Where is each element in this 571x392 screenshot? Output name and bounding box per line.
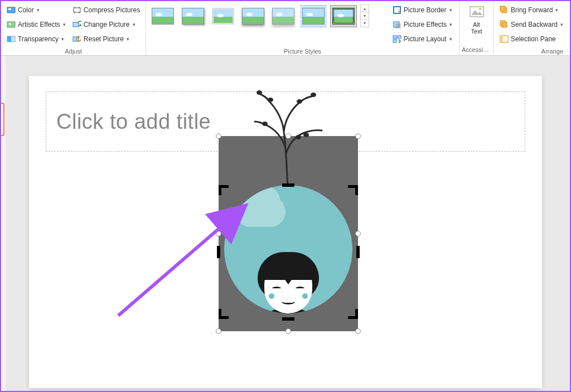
border-icon <box>393 6 401 14</box>
gallery-up-button[interactable]: ▴ <box>361 5 369 12</box>
selection-handle-ml[interactable] <box>216 231 221 236</box>
selection-handle-bm[interactable] <box>286 328 291 334</box>
selection-handle-tm[interactable] <box>286 133 291 139</box>
border-label: Picture Border <box>404 6 447 14</box>
alt-text-icon <box>469 4 485 20</box>
style-thumb-4[interactable] <box>240 5 267 27</box>
chevron-down-icon: ▾ <box>449 36 452 42</box>
svg-point-17 <box>479 8 481 10</box>
slide-thumbnail-indicator[interactable] <box>1 103 4 136</box>
crop-handle-t[interactable] <box>282 183 294 187</box>
effects-label: Picture Effects <box>404 21 447 28</box>
style-thumb-5[interactable] <box>270 5 297 27</box>
layout-label: Picture Layout <box>404 35 447 43</box>
svg-rect-15 <box>470 7 483 17</box>
document-area: Click to add title <box>1 56 570 391</box>
reset-icon <box>72 35 81 43</box>
alt-text-label: Alt Text <box>471 21 482 35</box>
chevron-down-icon: ▾ <box>133 22 136 27</box>
transparency-icon <box>7 35 16 43</box>
selection-pane-icon <box>500 35 509 43</box>
ribbon: Color ▾ Artistic Effects ▾ Transparency … <box>1 1 570 56</box>
svg-rect-14 <box>393 40 396 42</box>
selection-pane-label: Selection Pane <box>511 35 556 43</box>
color-button[interactable]: Color ▾ <box>4 3 68 17</box>
style-thumb-6[interactable] <box>300 5 327 27</box>
selection-handle-bl[interactable] <box>216 328 221 334</box>
chevron-down-icon: ▾ <box>449 7 452 13</box>
crop-handle-tr[interactable] <box>348 185 358 195</box>
app-window: Color ▾ Artistic Effects ▾ Transparency … <box>0 0 571 392</box>
artistic-icon <box>7 20 16 29</box>
chevron-down-icon: ▾ <box>449 22 452 27</box>
style-thumb-7[interactable] <box>330 5 357 27</box>
selection-handle-tl[interactable] <box>216 133 221 139</box>
picture-effects-button[interactable]: Picture Effects ▾ <box>390 18 454 31</box>
layout-icon <box>393 35 401 43</box>
crop-handle-l[interactable] <box>217 246 220 258</box>
svg-rect-21 <box>502 22 507 27</box>
ribbon-group-adjust: Color ▾ Artistic Effects ▾ Transparency … <box>1 1 146 55</box>
crop-handle-r[interactable] <box>356 246 360 258</box>
character-face <box>258 252 319 313</box>
slide-canvas[interactable]: Click to add title <box>29 76 542 388</box>
svg-rect-5 <box>7 36 11 42</box>
chevron-down-icon: ▾ <box>555 7 558 13</box>
crop-handle-b[interactable] <box>282 317 294 321</box>
effects-icon <box>393 20 401 29</box>
bring-forward-button[interactable]: Bring Forward ▾ <box>497 3 565 17</box>
selection-handle-br[interactable] <box>355 328 361 334</box>
chevron-down-icon: ▾ <box>37 7 40 13</box>
crop-handle-tl[interactable] <box>219 185 229 195</box>
ribbon-group-accessibility: Alt Text Accessibili... <box>459 1 494 55</box>
transparency-button[interactable]: Transparency ▾ <box>4 32 68 46</box>
illustration-circle <box>224 185 352 313</box>
selection-pane-button[interactable]: Selection Pane <box>497 32 565 46</box>
style-thumb-1[interactable] <box>149 5 176 27</box>
style-thumb-2[interactable] <box>180 5 206 27</box>
change-picture-button[interactable]: Change Picture ▾ <box>70 18 142 31</box>
selection-handle-mr[interactable] <box>355 231 361 236</box>
send-backward-label: Send Backward <box>511 21 558 28</box>
picture-border-button[interactable]: Picture Border ▾ <box>390 3 454 17</box>
bring-forward-icon <box>500 6 509 14</box>
svg-rect-11 <box>395 23 401 28</box>
reset-picture-button[interactable]: Reset Picture ▾ <box>70 32 142 46</box>
svg-rect-19 <box>500 6 505 11</box>
compress-label: Compress Pictures <box>84 6 140 14</box>
color-icon <box>7 6 16 14</box>
style-thumb-3[interactable] <box>210 5 236 27</box>
bring-forward-label: Bring Forward <box>511 6 553 14</box>
svg-rect-1 <box>8 8 11 10</box>
gallery-down-button[interactable]: ▾ <box>361 12 369 20</box>
svg-rect-2 <box>7 22 15 27</box>
title-placeholder-text: Click to add title <box>56 110 211 134</box>
chevron-down-icon: ▾ <box>560 22 563 27</box>
crop-region[interactable] <box>219 185 358 319</box>
ribbon-group-picture-styles: ▴ ▾ ▾ Picture Border ▾ Picture Effects ▾ <box>146 1 459 55</box>
selected-image[interactable] <box>219 136 358 331</box>
artistic-effects-button[interactable]: Artistic Effects ▾ <box>4 18 68 31</box>
crop-handle-bl[interactable] <box>219 309 229 319</box>
send-backward-icon <box>500 20 509 29</box>
selection-handle-tr[interactable] <box>355 133 361 139</box>
crop-handle-br[interactable] <box>348 309 358 319</box>
color-label: Color <box>18 6 34 14</box>
transparency-label: Transparency <box>18 35 59 43</box>
svg-point-3 <box>9 23 11 25</box>
cloud-shape <box>235 196 286 227</box>
picture-style-gallery: ▴ ▾ ▾ <box>148 2 370 30</box>
send-backward-button[interactable]: Send Backward ▾ <box>497 18 565 31</box>
gallery-more-button[interactable]: ▾ <box>361 20 369 27</box>
chevron-down-icon: ▾ <box>61 36 64 42</box>
compress-icon <box>72 6 81 14</box>
alt-text-button[interactable]: Alt Text <box>464 2 489 37</box>
chevron-down-icon: ▾ <box>63 22 66 27</box>
change-label: Change Picture <box>84 21 130 28</box>
svg-rect-13 <box>398 36 401 38</box>
svg-rect-12 <box>393 36 396 38</box>
chevron-down-icon: ▾ <box>127 36 129 42</box>
picture-layout-button[interactable]: Picture Layout ▾ <box>390 32 454 46</box>
reset-label: Reset Picture <box>84 35 124 43</box>
compress-pictures-button[interactable]: Compress Pictures <box>70 3 142 17</box>
